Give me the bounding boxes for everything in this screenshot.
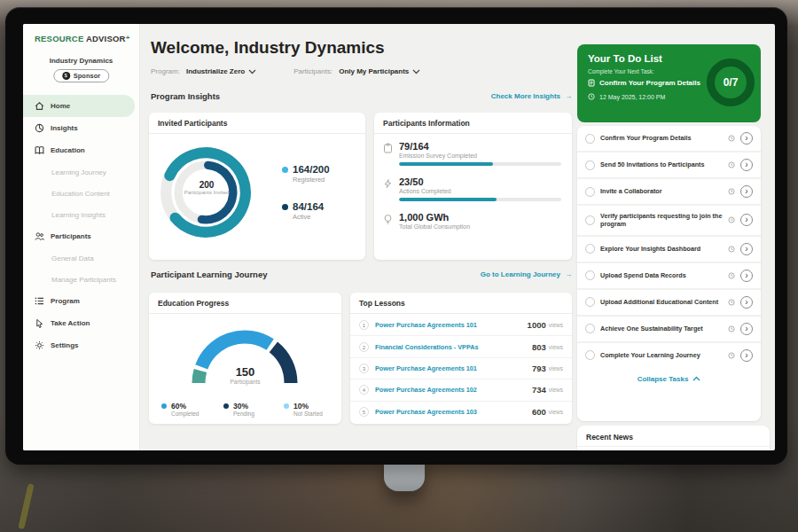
legend-active: 84/164 Active — [282, 201, 324, 221]
sidebar-item-general-data[interactable]: General Data — [23, 247, 139, 269]
clock-icon — [728, 135, 735, 142]
sidebar-item-participants[interactable]: Participants — [23, 225, 139, 247]
clock-icon — [728, 246, 735, 253]
task-open-button[interactable]: › — [740, 132, 753, 145]
task-open-button[interactable]: › — [740, 159, 753, 171]
home-icon — [35, 101, 44, 111]
todo-next-task: Confirm Your Program Details — [588, 79, 700, 87]
sidebar-item-learning-journey[interactable]: Learning Journey — [23, 161, 139, 183]
task-checkbox[interactable] — [585, 244, 595, 254]
lesson-link[interactable]: Financial Considerations - VPPAs — [375, 343, 532, 351]
legend-value: 60% — [171, 402, 186, 411]
program-filter-select[interactable]: Industrialize Zero — [186, 67, 256, 75]
legend-value: 10% — [293, 402, 309, 411]
sidebar-item-take-action[interactable]: Take Action — [23, 312, 139, 334]
brand-plus: + — [126, 34, 130, 42]
lesson-link[interactable]: Power Purchase Agreements 103 — [375, 408, 532, 416]
task-label: Explore Your Insights Dashboard — [600, 245, 723, 253]
task-checkbox[interactable] — [585, 297, 595, 307]
chevron-up-icon — [692, 376, 700, 381]
task-open-button[interactable]: › — [740, 270, 753, 282]
sidebar-item-label: Program — [51, 297, 80, 305]
task-open-button[interactable]: › — [740, 323, 753, 335]
participants-filter-value: Only My Participants — [339, 67, 409, 75]
task-checkbox[interactable] — [585, 187, 595, 197]
lesson-link[interactable]: Power Purchase Agreements 101 — [375, 364, 532, 372]
task-checkbox[interactable] — [585, 215, 595, 225]
sidebar-item-insights[interactable]: Insights — [23, 117, 139, 139]
task-checkbox[interactable] — [585, 160, 595, 170]
lesson-link[interactable]: Power Purchase Agreements 102 — [375, 386, 532, 394]
task-label: Confirm Your Program Details — [600, 134, 723, 142]
collapse-tasks-link[interactable]: Collapse Tasks — [577, 368, 761, 388]
go-to-learning-journey-link[interactable]: Go to Learning Journey → — [481, 270, 572, 278]
legend-label: Registered — [293, 176, 330, 184]
task-open-button[interactable]: › — [740, 185, 753, 198]
app-logo: RESOURCE ADVISOR+ — [35, 34, 130, 43]
insights-icon — [35, 123, 44, 133]
lesson-views: 734 — [532, 385, 546, 395]
clock-icon — [728, 325, 735, 332]
lesson-rank: 4 — [359, 385, 369, 395]
lesson-row: 5 Power Purchase Agreements 103 600 view… — [350, 401, 572, 422]
task-open-button[interactable]: › — [740, 243, 753, 255]
sidebar-item-education-content[interactable]: Education Content — [23, 183, 139, 204]
recent-news-title: Recent News — [577, 426, 770, 447]
sidebar-item-label: Home — [51, 102, 70, 110]
task-open-button[interactable]: › — [740, 349, 753, 362]
brand-secondary: ADVISOR — [86, 34, 126, 43]
task-row: Explore Your Insights Dashboard › — [577, 237, 761, 263]
clock-icon — [728, 216, 735, 223]
lesson-rank: 3 — [359, 364, 369, 373]
settings-icon — [35, 340, 44, 350]
legend-not-started: 10% Not Started — [284, 402, 323, 417]
task-open-button[interactable]: › — [740, 296, 753, 309]
stat-emission-survey: 79/164 Emission Survey Completed — [383, 141, 561, 166]
lesson-views-suffix: views — [549, 322, 563, 328]
sidebar-item-label: Participants — [51, 232, 91, 240]
sidebar-item-label: Education — [51, 146, 85, 154]
lesson-row: 1 Power Purchase Agreements 101 1000 vie… — [350, 314, 572, 335]
legend-value: 84/164 — [293, 201, 324, 212]
task-label: Verify participants requesting to join t… — [600, 212, 723, 229]
program-insights-header: Program Insights Check More Insights → — [151, 91, 572, 101]
task-row: Send 50 Invitations to Participants › — [577, 153, 761, 179]
section-title: Program Insights — [151, 91, 220, 101]
clock-icon — [728, 161, 735, 168]
sidebar-item-learning-insights[interactable]: Learning Insights — [23, 204, 139, 225]
task-open-button[interactable]: › — [740, 214, 753, 226]
legend-pending: 30% Pending — [223, 402, 254, 417]
sidebar-item-manage-participants[interactable]: Manage Participants — [23, 269, 139, 290]
sidebar-item-settings[interactable]: Settings — [23, 334, 139, 356]
lesson-rank: 1 — [359, 320, 369, 330]
legend-label: Completed — [171, 411, 199, 417]
legend-label: Active — [293, 213, 324, 221]
card-title: Invited Participants — [149, 113, 365, 134]
donut-center: 200 Participants Invited — [180, 180, 233, 197]
todo-due-date: 12 May 2025, 12:00 PM — [588, 93, 665, 100]
task-row: Verify participants requesting to join t… — [577, 206, 761, 237]
legend-label: Not Started — [293, 411, 323, 417]
sidebar-item-home[interactable]: Home — [23, 95, 135, 117]
sidebar-item-label: General Data — [51, 254, 94, 262]
task-checkbox[interactable] — [585, 324, 595, 333]
task-checkbox[interactable] — [585, 134, 595, 144]
stat-value: 79/164 — [399, 141, 561, 152]
lesson-link[interactable]: Power Purchase Agreements 101 — [375, 321, 528, 329]
check-more-insights-link[interactable]: Check More Insights → — [491, 92, 572, 100]
legend-value: 164/200 — [293, 164, 330, 175]
stat-label: Total Global Consumption — [399, 223, 561, 230]
sidebar-item-label: Learning Journey — [51, 168, 106, 176]
task-label: Upload Additional Educational Content — [600, 298, 723, 306]
task-checkbox[interactable] — [585, 350, 595, 360]
stat-label: Actions Completed — [399, 188, 561, 194]
sidebar-item-program[interactable]: Program — [23, 290, 139, 312]
task-checkbox[interactable] — [585, 270, 595, 280]
legend-dot — [282, 204, 288, 210]
lesson-views: 1000 — [528, 320, 546, 330]
lesson-row: 3 Power Purchase Agreements 101 793 view… — [350, 357, 572, 379]
legend-dot — [223, 403, 229, 409]
participants-filter-select[interactable]: Only My Participants — [339, 67, 420, 75]
sidebar-item-education[interactable]: Education — [23, 139, 139, 161]
task-label: Complete Your Learning Journey — [600, 351, 723, 359]
